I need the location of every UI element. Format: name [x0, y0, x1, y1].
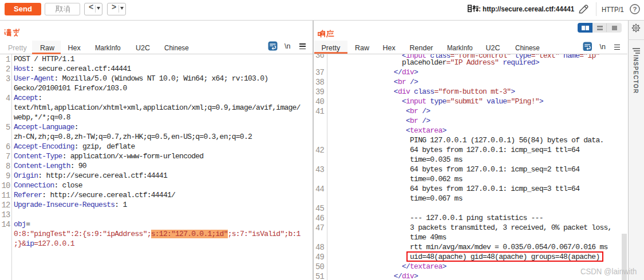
- svg-text:?: ?: [633, 6, 637, 13]
